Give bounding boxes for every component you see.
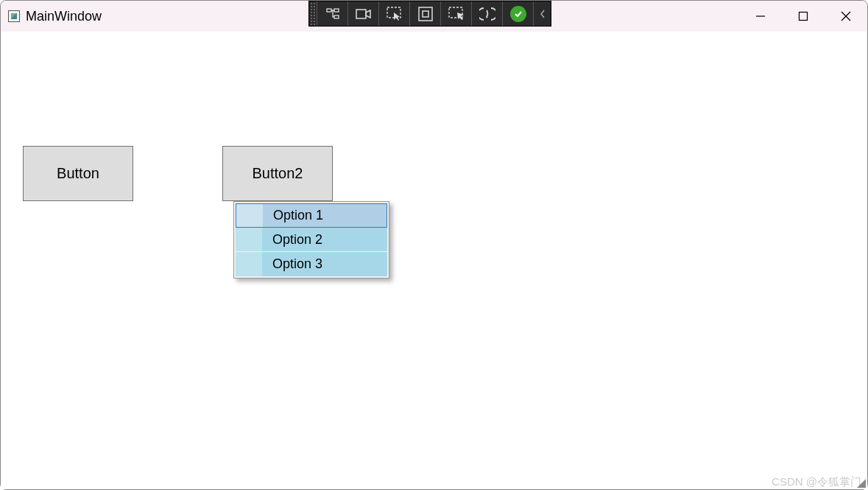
status-check-icon[interactable] xyxy=(502,1,533,26)
live-visual-tree-icon[interactable] xyxy=(317,1,347,26)
button-1[interactable]: Button xyxy=(23,146,133,201)
toolbar-drag-handle[interactable] xyxy=(309,1,317,26)
button-2[interactable]: Button2 xyxy=(222,146,333,201)
svg-rect-2 xyxy=(334,15,339,18)
svg-rect-5 xyxy=(419,7,432,21)
debug-toolbar[interactable] xyxy=(308,1,551,27)
menu-item-option-2[interactable]: Option 2 xyxy=(236,228,387,252)
track-focus-icon[interactable] xyxy=(440,1,471,26)
close-button[interactable] xyxy=(825,1,867,32)
resize-grip[interactable] xyxy=(857,479,866,488)
window-title: MainWindow xyxy=(26,9,102,24)
menu-item-option-1[interactable]: Option 1 xyxy=(236,203,387,228)
camera-icon[interactable] xyxy=(347,1,378,26)
svg-rect-3 xyxy=(356,10,366,18)
svg-rect-1 xyxy=(334,9,339,12)
minimize-button[interactable] xyxy=(739,1,782,32)
svg-rect-9 xyxy=(800,13,808,21)
selection-icon[interactable] xyxy=(378,1,409,26)
svg-rect-0 xyxy=(327,9,331,12)
hot-reload-icon[interactable] xyxy=(471,1,502,26)
watermark-text: CSDN @令狐掌门 xyxy=(772,475,861,489)
titlebar: MainWindow xyxy=(1,1,867,32)
layout-icon[interactable] xyxy=(409,1,440,26)
title-left: MainWindow xyxy=(1,9,102,24)
chevron-left-icon[interactable] xyxy=(533,1,551,26)
context-menu: Option 1 Option 2 Option 3 xyxy=(233,201,389,279)
client-area: Button Button2 Option 1 Option 2 Option … xyxy=(1,32,867,489)
app-icon xyxy=(8,10,20,22)
maximize-button[interactable] xyxy=(782,1,825,32)
main-window: MainWindow xyxy=(0,0,868,490)
menu-item-option-3[interactable]: Option 3 xyxy=(236,252,387,276)
window-controls xyxy=(739,1,867,32)
svg-rect-6 xyxy=(423,11,428,17)
